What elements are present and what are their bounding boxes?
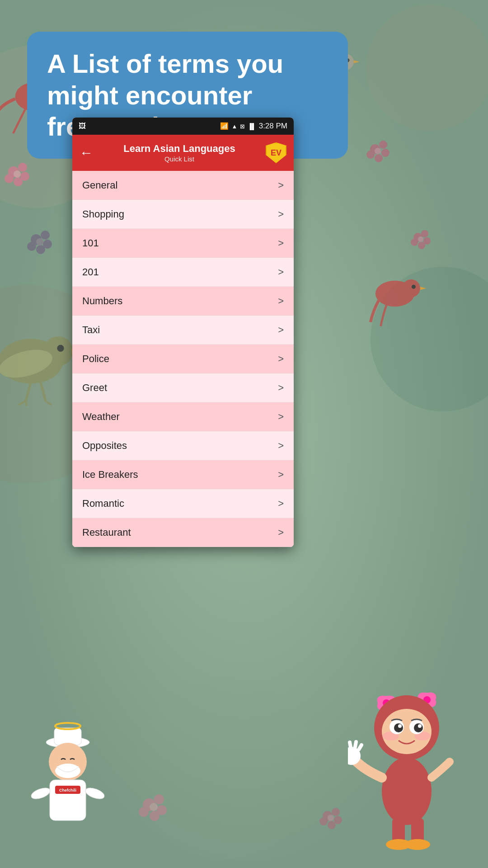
svg-point-33 xyxy=(418,242,425,249)
status-bar: 🖼 📶 ▲ ⊠ ▐▌ 3:28 PM xyxy=(72,118,294,135)
app-header-subtitle: Quick List xyxy=(100,155,258,163)
list-item[interactable]: Greet > xyxy=(72,373,294,402)
svg-point-76 xyxy=(30,786,52,801)
svg-text:Chefchili: Chefchili xyxy=(59,788,76,793)
svg-point-45 xyxy=(57,345,64,352)
list-item-arrow: > xyxy=(278,208,284,220)
list-item[interactable]: Police > xyxy=(72,344,294,373)
phone-frame: 🖼 📶 ▲ ⊠ ▐▌ 3:28 PM ← Learn Asian Languag… xyxy=(72,118,294,547)
svg-point-35 xyxy=(418,236,423,242)
svg-point-19 xyxy=(18,163,27,172)
svg-rect-69 xyxy=(54,728,81,745)
list-item[interactable]: Ice Breakers > xyxy=(72,460,294,489)
list-container: General > Shopping > 101 > 201 > Numbers… xyxy=(72,171,294,547)
list-item-arrow: > xyxy=(278,295,284,307)
svg-point-65 xyxy=(328,821,336,829)
svg-point-23 xyxy=(14,170,21,178)
list-item-label: Greet xyxy=(82,382,107,394)
svg-point-27 xyxy=(375,154,383,162)
status-bar-left: 🖼 xyxy=(79,122,86,130)
list-item[interactable]: Opposites > xyxy=(72,431,294,460)
app-header: ← Learn Asian Languages Quick List EV xyxy=(72,135,294,171)
svg-point-25 xyxy=(379,141,387,149)
svg-point-41 xyxy=(36,238,43,245)
status-bar-right: 📶 ▲ ⊠ ▐▌ 3:28 PM xyxy=(220,122,287,131)
svg-point-60 xyxy=(139,807,149,817)
list-item-arrow: > xyxy=(278,237,284,249)
list-item-label: Numbers xyxy=(82,295,122,307)
app-header-title: Learn Asian Languages xyxy=(100,143,258,155)
svg-point-22 xyxy=(5,174,14,183)
svg-point-39 xyxy=(36,245,45,254)
list-item[interactable]: Shopping > xyxy=(72,200,294,229)
svg-point-28 xyxy=(366,151,375,159)
list-item[interactable]: Numbers > xyxy=(72,287,294,316)
status-time: 3:28 PM xyxy=(259,122,287,131)
list-item-label: Taxi xyxy=(82,324,100,336)
svg-point-40 xyxy=(27,242,36,251)
list-item-label: Opposites xyxy=(82,440,127,452)
svg-line-98 xyxy=(355,742,356,747)
list-item-label: General xyxy=(82,179,117,191)
list-item[interactable]: Restaurant > xyxy=(72,518,294,547)
svg-point-103 xyxy=(405,839,430,850)
svg-point-93 xyxy=(418,724,422,728)
list-item-label: Shopping xyxy=(82,208,124,220)
svg-point-64 xyxy=(334,816,342,824)
svg-point-37 xyxy=(41,231,50,240)
list-item-label: 101 xyxy=(82,237,99,249)
sim-icon: ⊠ xyxy=(240,123,245,130)
svg-line-50 xyxy=(26,401,27,406)
svg-point-66 xyxy=(319,817,328,826)
list-item[interactable]: 201 > xyxy=(72,258,294,287)
list-item-arrow: > xyxy=(278,527,284,538)
photo-icon: 🖼 xyxy=(79,122,86,130)
svg-point-34 xyxy=(411,239,418,246)
list-item-arrow: > xyxy=(278,179,284,191)
back-button[interactable]: ← xyxy=(80,145,93,160)
chefchili-character: Chefchili xyxy=(27,719,108,836)
list-item[interactable]: Romantic > xyxy=(72,489,294,518)
svg-line-97 xyxy=(350,742,351,747)
app-logo: EV xyxy=(266,142,286,163)
svg-point-26 xyxy=(381,149,389,157)
svg-point-21 xyxy=(14,177,23,186)
list-item-label: Police xyxy=(82,353,109,365)
logo-text: EV xyxy=(271,148,282,158)
list-item-arrow: > xyxy=(278,440,284,452)
svg-line-99 xyxy=(359,745,361,750)
list-item-label: Restaurant xyxy=(82,527,131,538)
svg-point-29 xyxy=(375,148,381,154)
list-item[interactable]: Weather > xyxy=(72,402,294,431)
svg-point-77 xyxy=(84,786,106,801)
list-item-arrow: > xyxy=(278,382,284,394)
svg-point-61 xyxy=(150,803,158,811)
signal-icon: ▲ xyxy=(231,123,237,130)
list-item[interactable]: Taxi > xyxy=(72,316,294,344)
list-item-label: Weather xyxy=(82,411,120,423)
svg-point-90 xyxy=(394,723,403,732)
svg-point-2 xyxy=(366,5,488,131)
svg-point-85 xyxy=(382,709,432,754)
girl-mascot-character xyxy=(348,678,474,850)
app-header-titles: Learn Asian Languages Quick List xyxy=(100,143,258,162)
svg-point-59 xyxy=(150,811,160,821)
svg-point-5 xyxy=(136,678,316,859)
list-item[interactable]: 101 > xyxy=(72,229,294,258)
list-item-label: Ice Breakers xyxy=(82,469,138,481)
svg-point-91 xyxy=(414,723,423,732)
battery-icon: ▐▌ xyxy=(248,123,256,130)
svg-point-92 xyxy=(398,724,402,728)
list-item-arrow: > xyxy=(278,353,284,365)
svg-point-57 xyxy=(154,794,164,804)
svg-point-31 xyxy=(421,230,428,237)
wifi-icon: 📶 xyxy=(220,122,229,130)
list-item[interactable]: General > xyxy=(72,171,294,200)
svg-point-67 xyxy=(328,815,334,821)
list-item-arrow: > xyxy=(278,324,284,336)
list-item-arrow: > xyxy=(278,498,284,509)
list-item-label: 201 xyxy=(82,266,99,278)
list-item-arrow: > xyxy=(278,469,284,481)
svg-point-53 xyxy=(402,279,420,297)
svg-point-55 xyxy=(412,285,416,289)
